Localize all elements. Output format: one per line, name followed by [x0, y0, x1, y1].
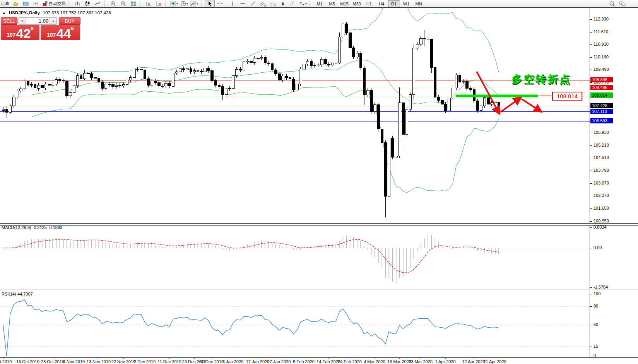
volume-increase-button[interactable]: ▲	[50, 18, 56, 24]
new-order-button[interactable]: 订单	[0, 0, 10, 7]
sell-price-display[interactable]: 107 42 8	[1, 25, 39, 40]
rsi-canvas[interactable]	[0, 8, 590, 357]
date-tick: 17 Jan 2020	[246, 359, 270, 364]
date-tick: 5 Feb 2020	[293, 359, 315, 364]
cursor-tool-button[interactable]	[205, 0, 215, 7]
pane-separator[interactable]	[0, 289, 638, 291]
date-tick: Oct 2019	[0, 359, 12, 364]
price-flag-108.896: 108.896	[590, 77, 613, 82]
tile-windows-button[interactable]	[128, 0, 138, 7]
price-tick: 112.330	[594, 17, 609, 21]
clock-icon	[180, 1, 186, 7]
line-chart-icon	[95, 1, 101, 7]
date-tick: 23 Mar 2020	[409, 359, 433, 364]
macd-label: MACD(12,26,9) -0.2125 -0.1883	[2, 225, 62, 230]
arrows-dropdown-icon[interactable]: ▾	[305, 2, 307, 5]
channel-icon-letter: E	[264, 4, 266, 7]
timeframe-w1[interactable]: W1	[400, 0, 412, 7]
rsi-line	[3, 300, 499, 356]
templates-button[interactable]: ▾	[189, 0, 199, 7]
mt4-terminal: 订单 自动交易	[0, 0, 638, 364]
text-label-tool[interactable]: T	[288, 0, 298, 7]
toolbar-grip[interactable]	[201, 1, 204, 7]
volume-stepper: ▼ 1.00 ▲	[19, 17, 57, 25]
text-icon: A	[281, 2, 284, 6]
buy-button[interactable]: BUY	[59, 17, 80, 25]
toolbar-grip[interactable]	[165, 1, 168, 7]
timeframe-h1[interactable]: H1	[363, 0, 375, 7]
cursor-icon	[207, 1, 213, 7]
candle-chart-type-button[interactable]	[82, 0, 92, 7]
horizontal-line-tool[interactable]	[238, 0, 248, 7]
zoom-in-button[interactable]	[108, 0, 118, 7]
autotrading-button[interactable]: 自动交易	[41, 0, 67, 7]
chart-shift-button[interactable]	[154, 0, 164, 7]
auto-scroll-button[interactable]	[144, 0, 154, 7]
auto-scroll-icon	[146, 1, 152, 7]
indicators-dropdown-icon[interactable]: ▾	[176, 2, 178, 5]
vertical-line-tool[interactable]	[227, 0, 238, 7]
signal-icon-button[interactable]	[31, 0, 41, 7]
buy-price-display[interactable]: 107 44 6	[41, 25, 80, 40]
toolbar-grip[interactable]	[140, 1, 142, 7]
arrows-tool[interactable]: ▾	[298, 0, 308, 7]
chat-button[interactable]	[617, 0, 627, 7]
text-tool[interactable]: A	[278, 0, 288, 7]
date-axis[interactable]: Oct 201916 Oct 201925 Oct 20194 Nov 2019…	[0, 358, 638, 364]
toolbar-grip[interactable]	[68, 1, 71, 7]
trendline-icon	[250, 1, 256, 7]
price-flag-107.428: 107.428	[590, 103, 613, 108]
price-tick: 102.370	[594, 193, 609, 198]
price-flag-107.110: 107.110	[590, 109, 613, 114]
timeframe-m5[interactable]: M5	[326, 0, 338, 7]
one-click-toggle-icon[interactable]: ▲	[2, 11, 6, 15]
turning-point-annotation[interactable]: 多空转折点	[511, 72, 571, 86]
date-tick: 22 Nov 2019	[111, 359, 135, 364]
date-tick: 4 Mar 2020	[364, 359, 385, 364]
timeframe-m15[interactable]: M15	[338, 0, 351, 7]
chat-icon	[619, 1, 626, 7]
search-button[interactable]	[607, 0, 617, 7]
price-flag-108.014: 108.014	[590, 92, 613, 98]
trendline-tool[interactable]	[248, 0, 258, 7]
toolbar-grip[interactable]	[104, 1, 107, 7]
price-flag-106.593: 106.593	[590, 118, 613, 123]
timeframe-d1[interactable]: D1	[388, 0, 400, 7]
price-annotation-box[interactable]: 108.014	[552, 92, 582, 101]
periods-dropdown-icon[interactable]: ▾	[186, 2, 188, 5]
date-tick: 27 Jan 2020	[267, 359, 291, 364]
time-axis-line	[0, 357, 638, 358]
chart-symbol-title: USDJPY-,Daily	[9, 10, 40, 15]
price-tick: 105.930	[594, 130, 609, 135]
price-axis[interactable]: 112.330111.610110.910110.190109.490108.7…	[590, 8, 638, 364]
timeframe-m1[interactable]: M1	[313, 0, 326, 7]
date-tick: 13 Mar 2020	[387, 359, 411, 364]
volume-decrease-button[interactable]: ▼	[19, 18, 26, 24]
sell-button[interactable]: SELL	[1, 17, 17, 25]
zoom-out-button[interactable]	[118, 0, 128, 7]
timeframe-h4[interactable]: H4	[375, 0, 388, 7]
periods-button[interactable]: ▾	[179, 0, 189, 7]
indicators-button[interactable]: ▾	[169, 0, 179, 7]
timeframe-mn[interactable]: MN	[412, 0, 425, 7]
line-chart-type-button[interactable]	[92, 0, 103, 7]
channel-tool[interactable]: E	[258, 0, 268, 7]
price-tick: 103.790	[594, 168, 609, 173]
fibonacci-tool[interactable]: F	[268, 0, 278, 7]
crosshair-icon	[217, 1, 223, 7]
toolbar-grip[interactable]	[310, 1, 312, 7]
rsi-tick: 15	[594, 344, 598, 349]
price-tick: 101.650	[594, 206, 609, 210]
price-tick: 111.610	[594, 29, 608, 34]
bar-chart-type-button[interactable]	[72, 0, 82, 7]
search-icon	[609, 1, 615, 7]
deposit-icon[interactable]	[10, 0, 21, 7]
timeframe-m30[interactable]: M30	[351, 0, 363, 7]
price-tick: 109.490	[594, 67, 609, 72]
templates-dropdown-icon[interactable]: ▾	[197, 2, 198, 5]
crosshair-tool-button[interactable]	[215, 0, 225, 7]
toolbar-right-group	[607, 0, 627, 7]
volume-value[interactable]: 1.00	[26, 18, 50, 24]
pane-separator[interactable]	[0, 223, 638, 226]
terminal-window-icon[interactable]	[21, 0, 31, 7]
